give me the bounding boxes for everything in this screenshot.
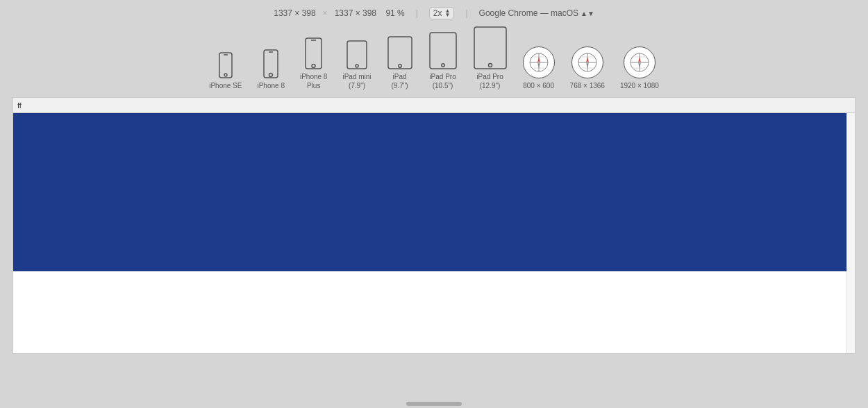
left-scrollbar[interactable]	[0, 0, 7, 408]
svg-point-2	[224, 74, 227, 76]
toolbar-dimensions: 1337 × 398 91 %	[335, 8, 405, 18]
main-area: ff	[0, 96, 868, 398]
right-scrollbar[interactable]	[846, 113, 855, 354]
device-ipad[interactable]: iPad (9.7")	[387, 36, 413, 90]
safari-768-icon	[571, 46, 603, 78]
dimensions-label: 1337 × 398	[274, 8, 315, 18]
svg-point-5	[269, 74, 273, 77]
device-iphone-8[interactable]: iPhone 8	[257, 49, 284, 90]
iphone-8-plus-label: iPhone 8 Plus	[300, 72, 327, 90]
device-ipad-mini[interactable]: iPad mini (7.9")	[342, 40, 371, 90]
ipad-pro-129-label: iPad Pro (12.9")	[476, 72, 503, 90]
bottom-scrollbar[interactable]	[0, 400, 868, 408]
white-content-section	[13, 271, 855, 353]
toolbar-info: 1337 × 398 × 91 % 1337 × 398 91 % | 2x ▲…	[274, 7, 594, 19]
scroll-thumb-horizontal[interactable]	[406, 402, 462, 406]
pipe-separator: |	[416, 8, 418, 18]
device-1920x1080[interactable]: 1920 × 1080	[620, 46, 659, 90]
browser-content	[13, 113, 855, 353]
zoom-control[interactable]: 2x ▲▼	[429, 7, 455, 19]
device-iphone-se[interactable]: iPhone SE	[209, 52, 242, 90]
res-768-label: 768 × 1366	[570, 81, 605, 90]
res-1920-label: 1920 × 1080	[620, 81, 659, 90]
device-768x1366[interactable]: 768 × 1366	[570, 46, 605, 90]
safari-1920-icon	[624, 46, 656, 78]
ipad-icon	[387, 36, 413, 69]
iphone-se-icon	[218, 52, 233, 78]
dimensions-zoom-separator: ×	[323, 8, 328, 18]
zoom-arrows-icon: ▲▼	[445, 9, 451, 17]
iphone-8-plus-icon	[304, 37, 323, 69]
iphone-se-label: iPhone SE	[209, 81, 242, 90]
blue-hero-section	[13, 113, 855, 271]
device-800x600[interactable]: 800 × 600	[523, 46, 555, 90]
svg-point-14	[441, 64, 444, 67]
ipad-pro-129-icon	[473, 26, 508, 69]
zoom-factor-label: 2x	[433, 8, 442, 18]
browser-tab-bar: ff	[13, 98, 855, 113]
svg-point-8	[312, 65, 315, 68]
device-iphone-8-plus[interactable]: iPhone 8 Plus	[300, 37, 327, 90]
pipe-separator-2: |	[465, 8, 467, 18]
svg-point-16	[488, 64, 492, 67]
device-ipad-pro-129[interactable]: iPad Pro (12.9")	[473, 26, 508, 90]
ipad-pro-105-icon	[428, 32, 458, 69]
res-800-label: 800 × 600	[523, 81, 554, 90]
browser-label: Google Chrome — macOS	[479, 8, 578, 18]
browser-arrow-icon: ▲▼	[581, 10, 594, 17]
iphone-8-label: iPhone 8	[257, 81, 284, 90]
iphone-8-icon	[262, 49, 279, 78]
svg-point-10	[356, 65, 358, 67]
device-row: iPhone SE iPhone 8 iPhone	[209, 26, 659, 96]
ipad-pro-105-label: iPad Pro (10.5")	[429, 72, 456, 90]
svg-rect-15	[474, 27, 506, 69]
device-ipad-pro-105[interactable]: iPad Pro (10.5")	[428, 32, 458, 90]
ipad-label: iPad (9.7")	[392, 72, 408, 90]
svg-point-12	[398, 65, 401, 67]
browser-select[interactable]: Google Chrome — macOS ▲▼	[479, 8, 594, 18]
safari-800-icon	[523, 46, 555, 78]
browser-frame: ff	[12, 97, 856, 354]
tab-text: ff	[17, 101, 22, 110]
toolbar: 1337 × 398 × 91 % 1337 × 398 91 % | 2x ▲…	[0, 0, 868, 96]
ipad-mini-label: iPad mini (7.9")	[342, 72, 371, 90]
ipad-mini-icon	[346, 40, 368, 69]
